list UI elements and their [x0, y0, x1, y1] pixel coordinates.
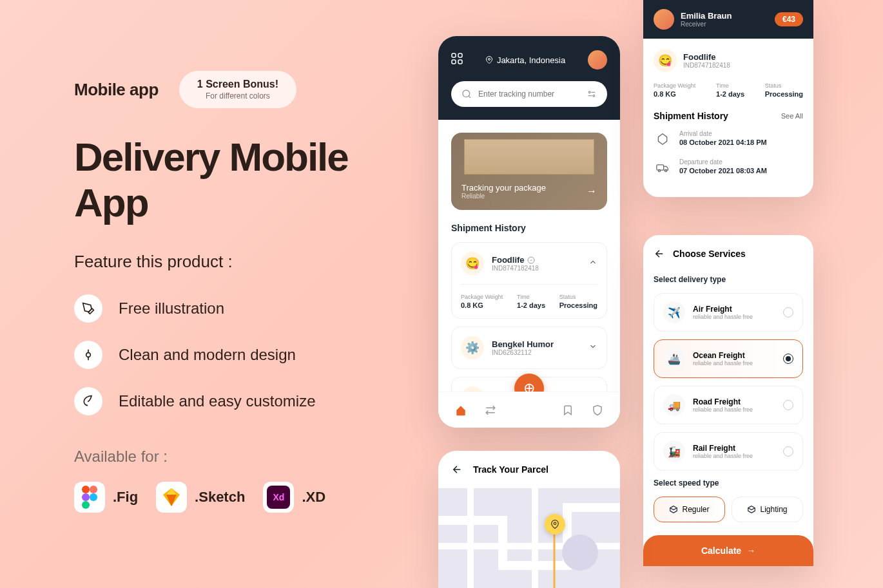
truck-icon: 🚚: [663, 394, 685, 416]
tracking-input[interactable]: [478, 90, 580, 99]
search-bar[interactable]: [451, 81, 607, 107]
grid-icon[interactable]: [451, 53, 463, 67]
freight-rail[interactable]: 🚂 Rail Freightreliable and hassle free: [654, 432, 803, 471]
pin-icon: [485, 56, 493, 64]
svg-point-3: [82, 493, 90, 501]
main-title: Delivery Mobile App: [74, 134, 429, 226]
svg-rect-8: [452, 60, 456, 64]
shipment-history-title: Shipment History: [451, 223, 607, 233]
stat-value: 0.8 KG: [654, 90, 695, 98]
radio-button[interactable]: [783, 307, 793, 318]
xd-icon: Xd: [263, 482, 294, 513]
svg-rect-6: [452, 53, 456, 57]
svg-point-14: [593, 95, 595, 97]
food-id: IND8747182418: [683, 62, 730, 69]
map-pin-icon: [545, 514, 565, 535]
chevron-down-icon[interactable]: [588, 342, 597, 354]
svg-point-1: [82, 486, 90, 493]
format-xd: .XD: [302, 489, 325, 506]
svg-point-12: [588, 91, 590, 93]
phone-detail: Emilia Braun Receiver €43 😋 Foodlife IND…: [643, 0, 813, 197]
price-badge: €43: [775, 12, 803, 26]
swap-icon[interactable]: [485, 404, 496, 416]
leaf-icon: [74, 387, 102, 415]
user-role: Receiver: [681, 21, 732, 28]
format-sketch: .Sketch: [195, 489, 245, 506]
feature-text-1: Free illustration: [119, 299, 224, 318]
box-icon: [747, 505, 756, 514]
svg-point-21: [562, 535, 598, 571]
shipment-name: Bengkel Humor: [492, 339, 554, 349]
map-view[interactable]: [438, 488, 620, 588]
train-icon: 🚂: [663, 441, 685, 462]
phone-main: Jakarta, Indonesia Tracking your package…: [438, 36, 620, 428]
filter-icon[interactable]: [587, 89, 597, 99]
svg-point-11: [463, 90, 470, 97]
feature-text-3: Editable and easy customize: [119, 392, 316, 410]
delivery-type-label: Select delivery type: [654, 275, 803, 284]
bookmark-icon[interactable]: [562, 404, 574, 416]
feature-text-2: Clean and modern design: [119, 346, 296, 364]
radio-button[interactable]: [783, 400, 793, 410]
plane-icon: ✈️: [663, 301, 685, 323]
stat-label: Package Weight: [654, 82, 695, 89]
svg-rect-9: [458, 60, 462, 64]
freight-road[interactable]: 🚚 Road Freightreliable and hassle free: [654, 386, 803, 424]
shipment-history-title: Shipment History: [654, 111, 728, 121]
format-fig: .Fig: [113, 489, 138, 506]
stat-label: Time: [716, 82, 744, 89]
avatar[interactable]: [654, 9, 674, 30]
food-name: Foodlife: [683, 52, 730, 62]
pen-icon: [74, 294, 102, 323]
radio-button[interactable]: [783, 354, 793, 364]
svg-point-2: [90, 486, 97, 493]
location-display[interactable]: Jakarta, Indonesia: [485, 55, 565, 65]
svg-point-10: [488, 59, 490, 61]
radio-button[interactable]: [783, 446, 793, 457]
shield-icon[interactable]: [592, 404, 603, 416]
freight-sub: reliable and hassle free: [693, 360, 753, 366]
back-arrow-icon[interactable]: [451, 464, 463, 475]
chevron-up-icon[interactable]: [588, 258, 597, 269]
shipment-item-bengkel[interactable]: ⚙️ Bengkel Humor IND62632112: [451, 327, 607, 369]
svg-point-0: [86, 352, 91, 357]
back-arrow-icon[interactable]: [654, 248, 665, 260]
services-title: Choose Services: [673, 249, 746, 259]
box-icon: [669, 505, 678, 514]
freight-name: Road Freight: [693, 397, 753, 406]
available-heading: Available for :: [74, 448, 429, 466]
sketch-icon: [156, 482, 187, 513]
freight-sub: reliable and hassle free: [693, 314, 753, 320]
calculate-button[interactable]: Calculate →: [643, 535, 813, 566]
shipment-id: IND8747182418: [492, 265, 539, 272]
avatar[interactable]: [588, 50, 607, 70]
hist-value: 08 October 2021 04:18 PM: [679, 138, 767, 146]
speed-regular[interactable]: Reguler: [654, 497, 725, 522]
status-label: Status: [559, 294, 597, 300]
phone-track: Track Your Parcel: [438, 451, 620, 588]
home-icon[interactable]: [455, 404, 467, 416]
freight-ocean[interactable]: 🚢 Ocean Freightreliable and hassle free: [654, 339, 803, 378]
shipment-item-foodlife[interactable]: 😋 Foodlife IND8747182418 Package Weight0…: [451, 242, 607, 319]
track-title: Track Your Parcel: [473, 464, 548, 475]
shipment-id: IND62632112: [492, 349, 554, 356]
design-icon: [74, 341, 102, 369]
food-emoji-icon: 😋: [654, 49, 677, 72]
package-card[interactable]: Tracking your package Reliable →: [451, 133, 607, 210]
time-label: Time: [517, 294, 545, 300]
gear-emoji-icon: ⚙️: [461, 336, 484, 359]
verified-icon: [527, 256, 535, 264]
freight-air[interactable]: ✈️ Air Freightreliable and hassle free: [654, 293, 803, 332]
package-box-image: [464, 139, 594, 175]
see-all-link[interactable]: See All: [781, 112, 803, 120]
hist-label: Departure date: [679, 158, 767, 166]
bonus-title: 1 Screen Bonus!: [197, 79, 278, 90]
freight-sub: reliable and hassle free: [693, 453, 753, 459]
stat-label: Status: [765, 82, 803, 89]
package-subtitle: Reliable: [461, 193, 546, 200]
package-title: Tracking your package: [461, 183, 546, 193]
speed-lighting[interactable]: Lighting: [732, 497, 803, 522]
svg-point-19: [665, 169, 666, 171]
hist-value: 07 October 2021 08:03 AM: [679, 167, 767, 175]
stat-value: Processing: [765, 90, 803, 98]
